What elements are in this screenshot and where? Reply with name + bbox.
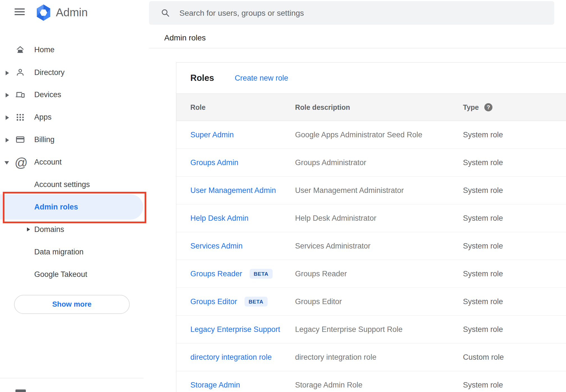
- role-link[interactable]: Super Admin: [190, 131, 234, 139]
- table-row: User Management Admin User Management Ad…: [176, 177, 566, 204]
- table-row: Super Admin Google Apps Administrator Se…: [176, 121, 566, 149]
- sidebar-item-domains[interactable]: Domains: [0, 222, 149, 237]
- collapse-arrow-icon[interactable]: [4, 161, 9, 165]
- sidebar-item-google-takeout[interactable]: Google Takeout: [0, 266, 149, 282]
- expand-arrow-icon[interactable]: [6, 71, 9, 75]
- sidebar-item-devices[interactable]: Devices: [0, 87, 149, 102]
- sidebar-item-label: Data migration: [34, 248, 84, 256]
- table-row: directory integration role directory int…: [176, 343, 566, 371]
- role-description: Services Administrator: [295, 242, 371, 250]
- at-sign-icon: @: [15, 158, 28, 167]
- app-title: Admin: [56, 6, 88, 19]
- roles-card-header: Roles Create new role: [176, 63, 566, 94]
- search-bar[interactable]: [149, 1, 554, 25]
- sidebar-item-directory[interactable]: Directory: [0, 65, 149, 80]
- table-row: Groups Admin Groups Administrator System…: [176, 149, 566, 177]
- role-link[interactable]: User Management Admin: [190, 186, 276, 195]
- role-link[interactable]: Legacy Enterprise Support: [190, 325, 280, 334]
- role-type: System role: [463, 131, 503, 139]
- table-row: Groups Reader BETA Groups Reader System …: [176, 260, 566, 288]
- role-description: Help Desk Administrator: [295, 214, 376, 223]
- role-description: Storage Admin Role: [295, 381, 362, 389]
- card-title: Roles: [190, 73, 214, 83]
- column-header-role: Role: [190, 103, 206, 111]
- role-type: System role: [463, 158, 503, 167]
- table-body: Super Admin Google Apps Administrator Se…: [176, 121, 566, 392]
- role-link[interactable]: Help Desk Admin: [190, 214, 248, 223]
- role-description: Groups Administrator: [295, 158, 366, 167]
- role-description: Google Apps Administrator Seed Role: [295, 131, 422, 139]
- sidebar-item-apps[interactable]: Apps: [0, 109, 149, 125]
- column-header-description: Role description: [295, 103, 350, 111]
- search-icon: [161, 8, 170, 17]
- sidebar-item-label: Billing: [34, 135, 54, 144]
- role-type: System role: [463, 186, 503, 195]
- role-description: User Management Administrator: [295, 186, 404, 195]
- partial-sidebar-icon: [15, 389, 26, 392]
- home-icon: [15, 45, 25, 54]
- table-row: Help Desk Admin Help Desk Administrator …: [176, 204, 566, 232]
- apps-grid-icon: [15, 112, 25, 122]
- sidebar-item-label: Devices: [34, 90, 61, 99]
- person-icon: [15, 68, 25, 77]
- expand-arrow-icon[interactable]: [27, 227, 30, 231]
- table-header-row: Role Role description Type ?: [176, 94, 566, 121]
- table-row: Legacy Enterprise Support Legacy Enterpr…: [176, 316, 566, 343]
- header-divider: [149, 48, 566, 48]
- create-new-role-link[interactable]: Create new role: [235, 74, 288, 83]
- role-type: System role: [463, 270, 503, 278]
- role-link[interactable]: Groups Reader BETA: [190, 269, 273, 279]
- admin-logo-icon: [36, 4, 51, 21]
- table-row: Groups Editor BETA Groups Editor System …: [176, 288, 566, 316]
- search-input[interactable]: [179, 1, 517, 25]
- sidebar-item-admin-roles[interactable]: Admin roles: [0, 199, 149, 215]
- role-link[interactable]: Storage Admin: [190, 381, 240, 389]
- role-link[interactable]: directory integration role: [190, 353, 272, 362]
- hamburger-menu-icon[interactable]: [15, 8, 25, 15]
- role-type: Custom role: [463, 353, 504, 362]
- role-type: System role: [463, 297, 503, 306]
- sidebar-item-home[interactable]: Home: [0, 42, 149, 58]
- role-description: Groups Reader: [295, 270, 347, 278]
- sidebar-item-label: Account settings: [34, 180, 90, 189]
- sidebar-item-label: Admin roles: [34, 203, 78, 211]
- role-link[interactable]: Services Admin: [190, 242, 243, 250]
- sidebar-item-billing[interactable]: Billing: [0, 132, 149, 147]
- sidebar-item-label: Google Takeout: [34, 270, 87, 279]
- beta-badge: BETA: [250, 269, 273, 279]
- sidebar-item-label: Apps: [34, 113, 52, 122]
- expand-arrow-icon[interactable]: [6, 115, 9, 120]
- help-icon[interactable]: ?: [484, 103, 492, 111]
- sidebar-item-label: Directory: [34, 68, 65, 77]
- role-description: Legacy Enterprise Support Role: [295, 325, 403, 334]
- sidebar-divider: [0, 378, 143, 378]
- breadcrumb: Admin roles: [164, 33, 206, 42]
- sidebar-item-label: Home: [34, 45, 54, 54]
- table-row: Services Admin Services Administrator Sy…: [176, 232, 566, 260]
- sidebar-item-account[interactable]: @ Account: [0, 154, 149, 170]
- sidebar-item-account-settings[interactable]: Account settings: [0, 177, 149, 192]
- credit-card-icon: [15, 135, 25, 144]
- sidebar-item-data-migration[interactable]: Data migration: [0, 244, 149, 260]
- show-more-button[interactable]: Show more: [14, 295, 130, 314]
- beta-badge: BETA: [245, 297, 268, 307]
- table-row: Storage Admin Storage Admin Role System …: [176, 371, 566, 392]
- role-description: Groups Editor: [295, 297, 342, 306]
- expand-arrow-icon[interactable]: [6, 138, 9, 142]
- sidebar-item-label: Account: [34, 158, 62, 167]
- role-type: System role: [463, 381, 503, 389]
- roles-card: Roles Create new role Role Role descript…: [176, 62, 566, 392]
- expand-arrow-icon[interactable]: [6, 93, 9, 97]
- role-link[interactable]: Groups Admin: [190, 158, 238, 167]
- devices-icon: [15, 90, 25, 99]
- role-link[interactable]: Groups Editor BETA: [190, 297, 268, 307]
- sidebar-item-label: Domains: [34, 225, 64, 234]
- role-type: System role: [463, 214, 503, 223]
- column-header-type: Type: [463, 103, 479, 111]
- role-description: directory integration role: [295, 353, 376, 362]
- role-type: System role: [463, 242, 503, 250]
- role-type: System role: [463, 325, 503, 334]
